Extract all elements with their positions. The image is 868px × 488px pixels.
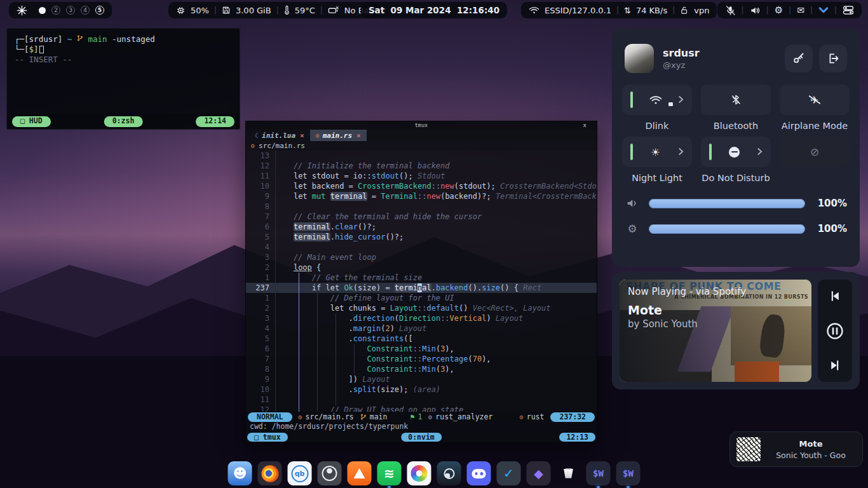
line-number: 10 xyxy=(246,181,275,191)
track-title: Mote xyxy=(628,303,746,317)
settings-gear-icon[interactable]: ⚙ xyxy=(775,4,783,16)
dock-dollar-w-2[interactable]: $W xyxy=(616,461,641,485)
logout-button[interactable] xyxy=(819,44,847,72)
window-close-button[interactable]: x xyxy=(583,121,587,130)
line-number: 6 xyxy=(246,344,275,354)
tmux-window-pill[interactable]: 0:nvim xyxy=(401,433,442,442)
toggle-blocked[interactable]: ⊘ xyxy=(780,137,850,167)
lock-keys-button[interactable] xyxy=(785,44,813,72)
code-editor-area[interactable]: 13 12 // Initialize the terminal backend… xyxy=(246,151,597,412)
brightness-icon: ⚙ xyxy=(625,222,640,235)
code-line: 7 // Clear the terminal and hide the cur… xyxy=(246,212,597,222)
distro-logo-icon[interactable] xyxy=(17,5,27,16)
tab-init-lua[interactable]: ☾ init.lua × xyxy=(249,130,310,141)
toggle-label: Do Not Disturb xyxy=(701,167,771,189)
tab-close-icon[interactable]: × xyxy=(300,132,304,140)
tab-main-rs[interactable]: ⚙ main.rs × xyxy=(310,130,367,141)
dock-file-manager[interactable]: ☻ xyxy=(228,461,252,485)
workspace-2[interactable]: 2 xyxy=(51,6,60,15)
mail-tray-icon[interactable]: ✉ xyxy=(797,5,804,15)
dock-spotify[interactable]: ≋ xyxy=(377,461,402,485)
dock-photos[interactable] xyxy=(407,461,431,485)
toggle-label: Airplane Mode xyxy=(780,115,850,137)
notification-body: Sonic Youth - Goo xyxy=(766,451,856,460)
wifi-icon xyxy=(633,95,678,105)
previous-track-button[interactable] xyxy=(828,290,842,302)
toggles-icon[interactable] xyxy=(843,5,854,15)
line-number: 5 xyxy=(246,232,275,242)
dock-discord[interactable] xyxy=(467,461,491,485)
line-number: 1 xyxy=(246,293,275,303)
topbar-tray-group: | | ⚙ | ✉ | | xyxy=(717,2,862,18)
dock-firefox[interactable] xyxy=(258,461,282,485)
editor-window[interactable]: tmux x ☾ init.lua × ⚙ main.rs × ⚙ src/ma… xyxy=(245,121,597,443)
nvim-statusline: NORMAL ⚙src/main.rs main ⚑1 ⚙rust_analyz… xyxy=(246,412,597,422)
line-number: 1 xyxy=(246,273,275,283)
toggle-dlink[interactable] xyxy=(622,85,692,115)
hud-session-pill: □ HUD xyxy=(12,116,51,127)
dock-qbittorrent[interactable]: qb xyxy=(288,461,312,485)
code-line: 1 // Define layout for the UI xyxy=(246,293,597,303)
microphone-muted-icon[interactable] xyxy=(725,5,736,16)
code-line: 9 ]) Layout xyxy=(246,374,597,384)
wifi-icon xyxy=(529,6,539,15)
media-controls xyxy=(818,280,852,382)
prompt-user: srdusr xyxy=(29,34,58,44)
dock-trash[interactable] xyxy=(557,461,581,485)
statusline-branch: main xyxy=(360,412,388,421)
notification[interactable]: Mote Sonic Youth - Goo xyxy=(729,431,863,467)
code-line: 4 xyxy=(246,242,597,252)
line-number: 2 xyxy=(246,262,275,273)
logout-icon xyxy=(827,52,839,65)
pause-button[interactable] xyxy=(825,322,844,341)
brightness-slider-row: ⚙ 100% xyxy=(625,222,847,235)
brightness-slider[interactable] xyxy=(649,224,805,234)
dock-vlc[interactable] xyxy=(348,461,372,485)
toggle-do-not-disturb[interactable] xyxy=(701,137,771,167)
topbar-stats-group: 50% | 3.00 GiB | 59°C | No Bat xyxy=(168,2,380,18)
volume-slider[interactable] xyxy=(649,199,805,208)
dock-steam[interactable] xyxy=(437,461,461,485)
workspace-5[interactable]: 5 xyxy=(95,6,104,15)
hud-terminal-window[interactable]: ┌─[srdusr] ~ main -unstaged └─[$] -- INS… xyxy=(6,28,240,130)
media-card: SHAPE OF PUNK TO COME A CHIMERICAL BOMBI… xyxy=(612,272,860,390)
chevron-down-icon[interactable] xyxy=(818,6,829,14)
rust-file-icon: ⚙ xyxy=(251,142,255,149)
chevron-right-icon[interactable] xyxy=(757,146,763,158)
brightness-value: 100% xyxy=(814,223,847,234)
vim-mode-pill: NORMAL xyxy=(248,412,292,422)
next-track-button[interactable] xyxy=(828,359,842,372)
git-status: -unstaged xyxy=(112,34,155,44)
line-number: 3 xyxy=(246,252,275,262)
chevron-right-icon[interactable] xyxy=(678,94,684,106)
dock-vscode[interactable]: ✓ xyxy=(497,461,521,485)
hud-clock-pill: 12:14 xyxy=(196,116,234,127)
workspace-4[interactable]: 4 xyxy=(81,6,90,15)
toggle-night-light[interactable]: ☀ xyxy=(622,137,692,167)
network-speed: 74 KB/s xyxy=(636,6,667,15)
tab-close-icon[interactable]: × xyxy=(356,132,361,140)
speaker-icon[interactable] xyxy=(750,6,761,15)
topbar-workspaces-group: 2345 xyxy=(9,2,112,18)
dock-obsidian[interactable]: ◆ xyxy=(527,461,551,485)
clock: Sat 09 Mar 2024 12:16:40 xyxy=(361,2,507,18)
code-line: 4 .margin(2) Layout xyxy=(246,323,597,334)
cursor-position-pill: 237:32 xyxy=(550,412,595,422)
toggle-airplane-mode[interactable]: ✈ xyxy=(780,85,850,115)
code-line: 7 Constraint::Percentage(70), xyxy=(246,354,597,364)
chevron-right-icon[interactable] xyxy=(678,146,684,158)
code-line: 13 xyxy=(246,151,597,161)
tmux-session-pill[interactable]: □ tmux xyxy=(247,433,288,442)
volume-slider-row: 100% xyxy=(625,198,847,209)
topbar-network-group[interactable]: ESSID/127.0.0.1 | ⇅ 74 KB/s | vpn xyxy=(521,2,717,18)
avatar xyxy=(625,44,654,73)
airplane-off-icon: ✈ xyxy=(788,94,841,106)
network-essid: ESSID/127.0.0.1 xyxy=(545,6,611,15)
temperature-value: 59°C xyxy=(295,6,315,15)
dock-obs[interactable] xyxy=(318,461,342,485)
workspace-3[interactable]: 3 xyxy=(66,6,75,15)
tmux-window-titlebar: tmux x xyxy=(246,121,597,130)
dock-dollar-w-1[interactable]: $W xyxy=(587,461,611,485)
workspace-1[interactable] xyxy=(39,7,46,14)
toggle-bluetooth[interactable] xyxy=(701,85,771,115)
